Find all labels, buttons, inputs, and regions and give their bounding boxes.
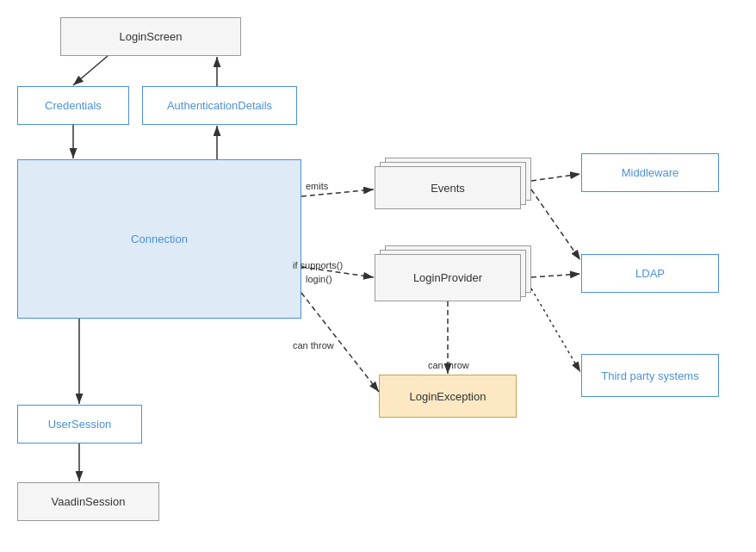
- ifsupports-label: if supports(): [293, 260, 343, 270]
- middleware-box: Middleware: [581, 153, 719, 192]
- thirdparty-box: Third party systems: [581, 354, 719, 397]
- diagram-container: Events LoginProvider LoginScreen Credent…: [0, 0, 756, 552]
- svg-line-13: [531, 274, 580, 277]
- ldap-box: LDAP: [581, 254, 719, 293]
- authdetails-box: AuthenticationDetails: [142, 86, 297, 125]
- emits-label: emits: [306, 181, 328, 191]
- events-box: Events: [375, 166, 521, 209]
- canthrow-right-label: can throw: [428, 360, 469, 370]
- login-label: login(): [306, 274, 332, 284]
- loginexception-box: LoginException: [379, 375, 517, 418]
- svg-line-14: [531, 288, 580, 372]
- loginprovider-box: LoginProvider: [375, 254, 521, 301]
- svg-line-15: [531, 189, 580, 260]
- connection-box: Connection: [17, 159, 301, 319]
- canthrow-left-label: can throw: [293, 340, 334, 350]
- svg-line-12: [531, 174, 580, 181]
- vaadinsession-box: VaadinSession: [17, 482, 159, 521]
- loginscreen-box: LoginScreen: [60, 17, 241, 56]
- credentials-box: Credentials: [17, 86, 129, 125]
- usersession-box: UserSession: [17, 405, 142, 443]
- svg-line-2: [73, 56, 108, 85]
